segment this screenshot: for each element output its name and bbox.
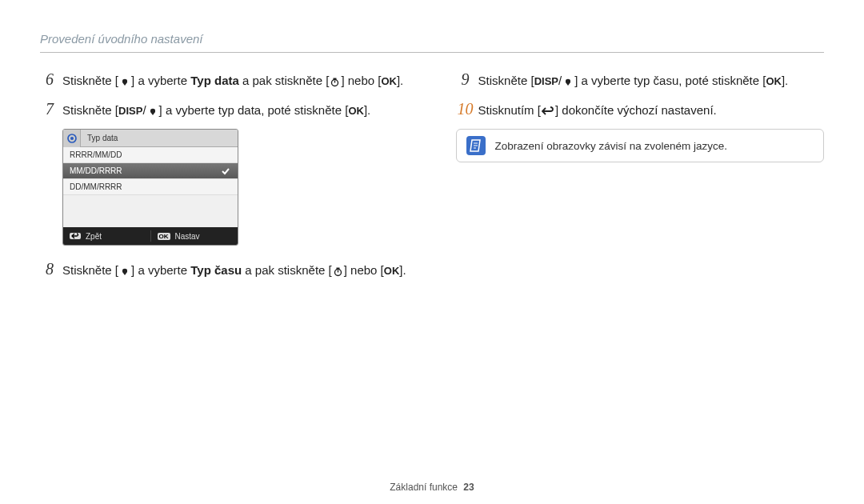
step-8-text: Stiskněte [] a vyberte Typ času a pak st… — [62, 260, 406, 280]
step-number: 9 — [456, 70, 475, 89]
menu-header: Typ data — [63, 130, 238, 147]
menu-item[interactable]: DD/MM/RRRR — [63, 179, 238, 195]
back-key-icon — [70, 233, 81, 239]
ok-key-icon: OK — [158, 233, 170, 240]
menu-title: Typ data — [81, 134, 118, 142]
ok-key: OK — [766, 75, 782, 87]
menu-gear-icon — [63, 130, 81, 147]
date-type-menu: Typ data RRRR/MM/DD MM/DD/RRRR DD/MM/RRR… — [62, 129, 238, 246]
step-6-text: Stiskněte [] a vyberte Typ data a pak st… — [62, 70, 403, 90]
menu-footer-set[interactable]: Nastav — [175, 232, 200, 241]
step-9-text: Stiskněte [DISP/] a vyberte typ času, po… — [478, 70, 789, 90]
step-7-text: Stiskněte [DISP/] a vyberte typ data, po… — [62, 100, 370, 120]
step-number: 6 — [40, 70, 59, 89]
svg-point-2 — [70, 137, 74, 140]
disp-key: DISP — [118, 105, 142, 117]
page-footer: Základní funkce 23 — [0, 482, 864, 493]
menu-empty-area — [63, 195, 238, 227]
step-10-text: Stisknutím [] dokončíte výchozí nastaven… — [478, 100, 717, 120]
menu-item-selected[interactable]: MM/DD/RRRR — [63, 163, 238, 179]
ok-key: OK — [381, 75, 397, 87]
step-number: 7 — [40, 100, 59, 118]
menu-footer: Zpět OK Nastav — [63, 227, 238, 245]
timer-icon — [330, 77, 340, 87]
step-10: 10 Stisknutím [] dokončíte výchozí nasta… — [456, 100, 824, 120]
step-number: 8 — [40, 260, 59, 278]
step-7: 7 Stiskněte [DISP/] a vyberte typ data, … — [40, 100, 424, 120]
step-number: 10 — [456, 100, 475, 118]
step-8: 8 Stiskněte [] a vyberte Typ času a pak … — [40, 260, 424, 280]
footer-section: Základní funkce — [390, 482, 458, 493]
disp-key: DISP — [534, 75, 558, 87]
back-arrow-icon — [542, 106, 554, 116]
header-rule — [40, 52, 824, 53]
ok-key: OK — [348, 105, 364, 117]
footer-page-number: 23 — [463, 482, 474, 493]
macro-down-icon — [147, 106, 158, 117]
page-header: Provedení úvodního nastavení — [40, 32, 824, 46]
macro-down-icon — [562, 76, 574, 87]
menu-footer-back[interactable]: Zpět — [86, 232, 102, 241]
ok-key: OK — [384, 265, 400, 277]
menu-item[interactable]: RRRR/MM/DD — [63, 147, 238, 163]
macro-down-icon — [119, 76, 130, 87]
note-text: Zobrazení obrazovky závisí na zvoleném j… — [495, 140, 727, 152]
note-info-icon — [466, 136, 486, 155]
macro-down-icon — [119, 266, 130, 277]
check-icon — [221, 166, 230, 176]
step-9: 9 Stiskněte [DISP/] a vyberte typ času, … — [456, 70, 824, 90]
timer-icon — [333, 266, 343, 277]
note-box: Zobrazení obrazovky závisí na zvoleném j… — [456, 129, 824, 162]
step-6: 6 Stiskněte [] a vyberte Typ data a pak … — [40, 70, 424, 90]
